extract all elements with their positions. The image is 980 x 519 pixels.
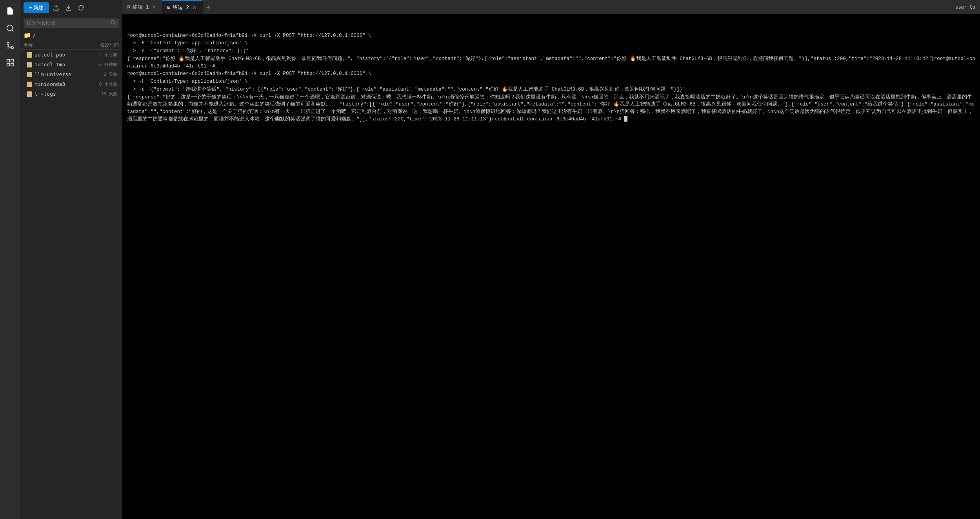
user-label: user Co [955,4,975,10]
list-item[interactable]: autodl-tmp 6 分钟前 [20,60,122,69]
user-info: user Co [933,0,980,14]
folder-dot-icon [27,82,32,87]
search-input[interactable] [27,20,111,26]
file-name: tf-logs [27,91,56,97]
add-tab-button[interactable]: + [203,0,214,14]
list-item[interactable]: miniconda3 8 个月前 [20,79,122,89]
folder-icon: 📁 [24,32,31,39]
terminal-line: {"response":"好的，这是一个关于猫的笑话：\n\n有一天，一只猫走进… [127,94,975,123]
svg-line-11 [114,24,115,24]
activity-bar [0,0,20,519]
file-search-bar[interactable] [24,18,119,28]
tab-1[interactable]: ⊡ 终端 1 × [122,0,162,14]
name-column-header: 名称 [24,42,33,49]
tab-close-button[interactable]: × [191,4,198,11]
tab-2[interactable]: ⊡ 终端 2 × [162,0,202,14]
file-name: autodl-pub [27,52,65,58]
terminal-icon: ⊡ [167,4,170,10]
sidebar: + 新建 📁 / [20,0,122,519]
sidebar-toolbar: + 新建 [20,0,122,16]
search-icon [111,20,116,26]
svg-point-2 [11,47,14,49]
files-icon[interactable] [2,3,18,19]
file-name: llm-universe [27,71,71,77]
svg-line-1 [12,30,13,31]
list-item[interactable]: tf-logs 10 天前 [20,89,122,99]
terminal-line: > -H 'Content-Type: application/json' \ [127,78,975,86]
terminal-cursor [624,116,627,122]
svg-point-10 [111,21,115,24]
terminal-line: > -d '{"prompt": "你好", "history": []}' [127,47,975,55]
new-file-button[interactable]: + 新建 [24,2,49,13]
refresh-icon[interactable] [76,2,87,13]
tab-label: 终端 1 [133,4,149,11]
folder-dot-icon [27,72,32,77]
source-control-icon[interactable] [2,38,18,53]
search-activity-icon[interactable] [2,20,18,36]
root-folder-label: 📁 / [20,30,122,40]
tab-close-button[interactable]: × [151,4,157,10]
terminal-line: > -d '{"prompt": "给我讲个笑话", "history": [{… [127,86,975,93]
tab-bar: ⊡ 终端 1 × ⊡ 终端 2 × + [122,0,980,14]
file-list: autodl-pub 2 个月前 autodl-tmp 6 分钟前 llm-un… [20,50,122,519]
terminal-content[interactable]: root@autodl-container-6c3c40ad4b-f41afb9… [122,14,980,519]
folder-dot-icon [27,91,32,97]
terminal-icon: ⊡ [127,4,130,10]
terminal-line: root@autodl-container-6c3c40ad4b-f41afb9… [127,32,975,40]
terminal-line: {"response":"你好 🔥我是人工智能助手 ChatGLM3-6B，很高… [127,55,975,70]
extensions-icon[interactable] [2,55,18,71]
list-item[interactable]: llm-universe 8 天前 [20,69,122,79]
terminal-line: root@autodl-container-6c3c40ad4b-f41afb9… [127,70,975,78]
folder-name: / [33,33,36,38]
list-item[interactable]: autodl-pub 2 个月前 [20,50,122,60]
svg-rect-6 [7,64,9,66]
file-name: miniconda3 [27,81,65,87]
file-list-header: 名称 修改时间 [20,40,122,50]
main-area: ⊡ 终端 1 × ⊡ 终端 2 × + root@autodl-containe… [122,0,980,519]
svg-rect-4 [7,60,9,62]
terminal-line: > -H 'Content-Type: application/json' \ [127,40,975,47]
folder-dot-icon [27,62,32,67]
download-icon[interactable] [63,2,74,13]
file-name: autodl-tmp [27,62,65,67]
svg-rect-5 [11,60,13,62]
svg-point-3 [7,42,9,45]
svg-point-0 [7,25,13,31]
folder-dot-icon [27,52,32,58]
tab-label: 终端 2 [173,4,189,11]
svg-rect-7 [11,64,13,66]
upload-icon[interactable] [51,2,62,13]
modified-column-header: 修改时间 [100,42,119,49]
